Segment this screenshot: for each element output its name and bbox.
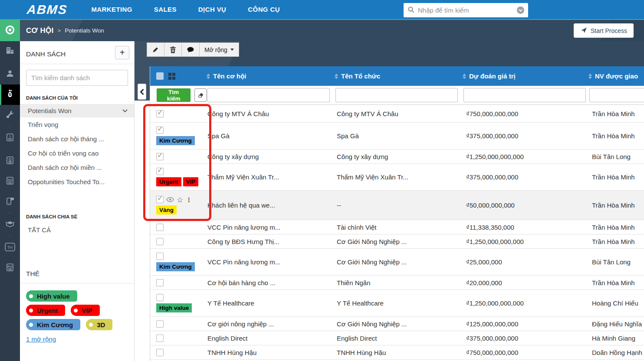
shared-list-item[interactable]: TẤT CẢ xyxy=(20,223,134,237)
row-tag-vip[interactable]: VIP xyxy=(183,177,199,186)
phone-messages-module[interactable] xyxy=(0,192,20,212)
filter-input-du-oan-gia-tri[interactable] xyxy=(463,88,586,102)
po-module[interactable]: PO xyxy=(0,258,20,278)
opportunities-module[interactable]: $ xyxy=(0,85,20,105)
add-list-button[interactable]: + xyxy=(115,46,129,59)
table-row[interactable]: English DirectEnglish Direct₫375,000,000… xyxy=(150,331,644,345)
sales-order-module[interactable]: SO xyxy=(0,171,20,192)
home-target-module[interactable] xyxy=(0,20,20,41)
kebab-menu-icon[interactable]: ⋮ xyxy=(186,197,192,203)
sort-icon[interactable] xyxy=(588,74,592,79)
list-item-danh-sach-co-hoi-mien[interactable]: Danh sách cơ hội miền ... xyxy=(20,160,134,175)
nav-item-cong-cu[interactable]: CÔNG CỤ xyxy=(237,0,291,19)
table-row[interactable]: Kim CươngVCC Pin năng lương m...Cơ Giới … xyxy=(150,249,644,276)
list-item-danh-sach-co-hoi-thang[interactable]: Danh sách cơ hội tháng ... xyxy=(20,132,134,146)
table-row[interactable]: TNHH Hùng HậuTNHH Hùng Hậu₫750,000,000,0… xyxy=(150,345,644,360)
grid-view-icon[interactable] xyxy=(168,73,175,80)
tag-kim-cuong[interactable]: Kim Cương xyxy=(26,319,80,330)
row-tag-kim-cuong[interactable]: Kim Cương xyxy=(156,136,195,145)
row-checkbox[interactable] xyxy=(156,253,164,260)
table-row[interactable]: Công ty xây dựngCông ty xây dựng₫1,250,0… xyxy=(150,150,644,164)
nav-item-sales[interactable]: SALES xyxy=(143,0,187,19)
list-item-co-hoi-co-trien-vong-cao[interactable]: Cơ hội có triển vọng cao xyxy=(20,146,134,160)
row-checkbox[interactable] xyxy=(156,279,164,286)
row-checkbox[interactable] xyxy=(156,335,164,342)
invoice-module[interactable]: I xyxy=(0,128,20,148)
row-checkbox[interactable] xyxy=(156,294,164,301)
tag-vip[interactable]: VIP xyxy=(71,305,99,316)
global-search-box[interactable] xyxy=(404,3,528,17)
table-row[interactable]: VCC Pin năng lương m...Tài chính Việt₫11… xyxy=(150,220,644,234)
delete-button[interactable] xyxy=(164,42,182,57)
row-checkbox[interactable] xyxy=(156,238,164,245)
sort-icon[interactable] xyxy=(463,74,466,79)
table-row[interactable]: High valueY Tế HealthcareY Tế Healthcare… xyxy=(150,290,644,317)
support-module[interactable] xyxy=(0,105,20,125)
nav-item-dich-vu[interactable]: DỊCH VỤ xyxy=(187,0,237,19)
opportunity-name-cell[interactable]: TNHH Hùng Hậu xyxy=(207,349,335,356)
column-header-du-oan-gia-tri[interactable]: Dự đoán giá trị xyxy=(463,72,588,80)
list-search-input[interactable] xyxy=(26,70,128,86)
edit-button[interactable] xyxy=(147,42,164,57)
list-item-trien-vong[interactable]: Triển vọng xyxy=(20,117,134,132)
tag-urgent[interactable]: Urgent xyxy=(26,305,65,316)
nav-item-marketing[interactable]: MARKETING xyxy=(80,0,143,19)
opportunity-name-cell[interactable]: Công ty MTV Á Châu xyxy=(207,110,335,117)
opportunity-name-cell[interactable]: Khách liên hệ qua we... xyxy=(207,202,335,209)
products-module[interactable] xyxy=(0,215,20,235)
expand-dropdown-button[interactable]: Mở rộng xyxy=(200,42,239,57)
opportunity-name-cell[interactable]: Cơ giới nông nghiệp ... xyxy=(207,320,335,328)
row-checkbox[interactable] xyxy=(156,153,164,160)
collapse-panel-button[interactable] xyxy=(138,84,146,100)
th-module[interactable]: TH xyxy=(0,237,20,258)
comment-button[interactable] xyxy=(182,42,200,57)
row-checkbox[interactable] xyxy=(156,224,164,231)
companies-module[interactable] xyxy=(0,41,20,62)
table-row[interactable]: Cơ hội bán hàng cho ...Thiên Ngân₫20,000… xyxy=(150,276,644,290)
table-row[interactable]: Cơ giới nông nghiệp ...Cơ Giới Nông Nghi… xyxy=(150,317,644,331)
table-row[interactable]: ☆⋮VàngKhách liên hệ qua we...--₫50,000,0… xyxy=(150,191,644,220)
row-checkbox[interactable] xyxy=(156,349,164,356)
table-row[interactable]: UrgentVIPThẩm Mỹ Viện Xuân Tr...Thẩm Mỹ … xyxy=(150,164,644,191)
row-checkbox[interactable] xyxy=(156,196,164,203)
eye-icon[interactable] xyxy=(166,197,174,202)
tags-expand-link[interactable]: 1 mở rộng xyxy=(26,335,56,343)
clear-filters-button[interactable] xyxy=(194,88,207,102)
filter-input-ten-co-hoi[interactable] xyxy=(207,88,330,102)
opportunity-name-cell[interactable]: Công ty BĐS Hưng Thị... xyxy=(207,238,335,245)
column-header-ten-co-hoi[interactable]: Tên cơ hội xyxy=(207,72,335,80)
row-tag-kim-cuong[interactable]: Kim Cương xyxy=(156,262,195,271)
opportunity-name-cell[interactable]: Cơ hội bán hàng cho ... xyxy=(207,279,335,286)
opportunity-name-cell[interactable]: Spa Gà xyxy=(207,132,335,140)
opportunity-name-cell[interactable]: Thẩm Mỹ Viện Xuân Tr... xyxy=(207,173,335,181)
filter-input-nv-uoc-giao[interactable] xyxy=(589,88,644,102)
row-tag-high-value[interactable]: High value xyxy=(156,303,192,312)
opportunity-name-cell[interactable]: VCC Pin năng lương m... xyxy=(207,224,335,231)
filter-input-ten-to-chuc[interactable] xyxy=(335,88,458,102)
global-search-input[interactable] xyxy=(418,7,513,14)
start-process-button[interactable]: Start Process xyxy=(574,23,634,38)
select-all-checkbox[interactable] xyxy=(156,72,164,80)
contacts-module[interactable] xyxy=(0,64,20,85)
search-scope-chevron-icon[interactable] xyxy=(517,7,524,14)
opportunity-name-cell[interactable]: VCC Pin năng lương m... xyxy=(207,258,335,266)
row-checkbox[interactable] xyxy=(156,127,164,134)
table-row[interactable]: Công ty BĐS Hưng Thị...Cơ Giới Nông Nghi… xyxy=(150,234,644,249)
row-checkbox[interactable] xyxy=(156,110,164,117)
tag-3d[interactable]: 3D xyxy=(86,319,112,330)
column-header-nv-uoc-giao[interactable]: NV được giao xyxy=(588,72,644,80)
row-tag-vang[interactable]: Vàng xyxy=(156,205,177,215)
quotes-module[interactable]: Q xyxy=(0,151,20,171)
selected-list-item[interactable]: Potentials Won xyxy=(20,104,134,117)
row-checkbox[interactable] xyxy=(156,320,164,328)
star-icon[interactable]: ☆ xyxy=(177,197,183,203)
list-item-oppotunities-touched-to[interactable]: Oppotunities Touched To... xyxy=(20,175,134,189)
row-tag-urgent[interactable]: Urgent xyxy=(156,177,181,186)
opportunity-name-cell[interactable]: Y Tế Healthcare xyxy=(207,299,335,307)
tag-high-value[interactable]: High value xyxy=(26,290,77,302)
breadcrumb-section[interactable]: CƠ HỘI xyxy=(26,26,54,35)
opportunity-name-cell[interactable]: Công ty xây dựng xyxy=(207,153,335,160)
table-row[interactable]: Kim CươngSpa GàSpa Gà₫375,000,000,000Trầ… xyxy=(150,123,644,150)
opportunity-name-cell[interactable]: English Direct xyxy=(207,335,335,342)
sort-icon[interactable] xyxy=(207,74,210,79)
